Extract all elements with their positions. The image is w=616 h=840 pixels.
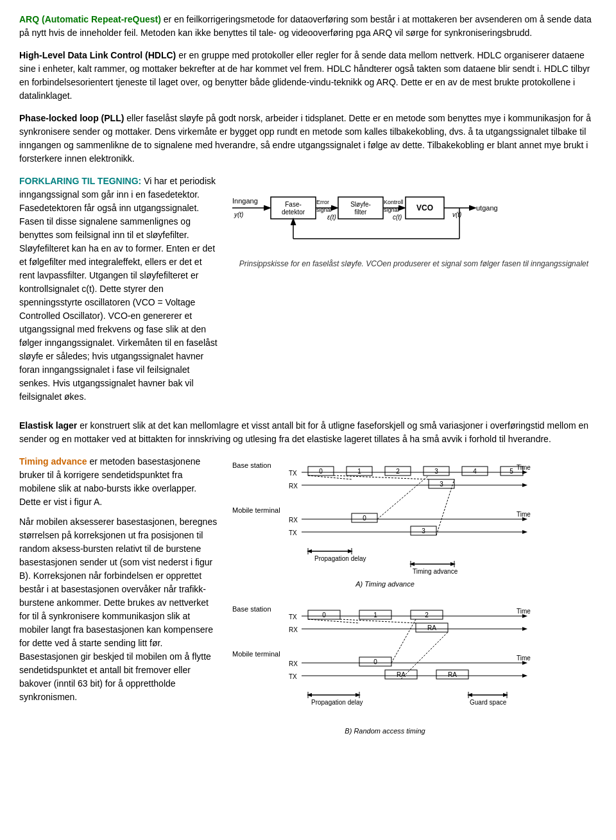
vco-label: VCO <box>416 203 433 212</box>
timing-figB-svg: Base station TX RX Time 0 1 2 RA <box>231 599 539 737</box>
tx-mobile-label-A: TX <box>289 529 297 536</box>
tx-slot0-label-A: 0 <box>319 468 323 475</box>
mobile-tx-ra-label-B: RA <box>397 671 406 678</box>
time-label-B1: Time <box>517 608 531 615</box>
inngang-label: Inngang <box>232 197 258 205</box>
arq-bold: ARQ (Automatic Repeat-reQuest) <box>19 14 161 24</box>
fase-detektor-label2: detektor <box>282 209 305 216</box>
timing-paragraph1: Timing advance er metoden basestasjonene… <box>19 455 218 509</box>
hdlc-bold: High-Level Data Link Control (HDLC) <box>19 50 176 60</box>
time-label-A2: Time <box>517 511 531 518</box>
tx-slot4-label-A: 4 <box>473 468 477 475</box>
kontroll-signal-label2: signal <box>384 207 399 213</box>
elastisk-bold: Elastisk lager <box>19 420 77 431</box>
rx-mobile-label-B: RX <box>289 660 298 667</box>
timing-text-col: Timing advance er metoden basestasjonene… <box>19 455 218 710</box>
error-signal-label1: Error <box>316 199 329 205</box>
timing-bold: Timing advance <box>19 456 87 467</box>
forklaring-heading: FORKLARING TIL TEGNING: <box>19 176 141 186</box>
arq-paragraph: ARQ (Automatic Repeat-reQuest) er en fei… <box>19 13 597 40</box>
sloyfe-filter-label1: Sløyfe- <box>350 201 371 208</box>
vt-label: v(t) <box>452 211 461 218</box>
elastisk-rest: er konstruert slik at det kan mellomlagr… <box>19 420 588 444</box>
pll-caption: Prinsippskisse for en faselåst sløyfe. V… <box>231 258 597 270</box>
tx-slot2-label-A: 2 <box>396 468 400 475</box>
timing-figA-svg: Base station TX RX Time 0 1 2 3 <box>231 455 539 590</box>
mobile-tx-slot2-label-B: RA <box>448 671 457 678</box>
forklaring-section: FORKLARING TIL TEGNING: Vi har et period… <box>19 175 597 410</box>
mobile-terminal-label-A: Mobile terminal <box>232 506 280 514</box>
mobile-label-B: Mobile terminal <box>232 650 280 658</box>
forklaring-body: Vi har et periodisk inngangssignal som g… <box>19 176 218 402</box>
fase-detektor-label1: Fase- <box>285 201 302 208</box>
tx-slot1-label-B: 1 <box>373 612 377 619</box>
tx-slot1-label-A: 1 <box>357 468 361 475</box>
pll-diagram-col: Inngang y(t) Fase- detektor Error signal… <box>231 175 597 276</box>
timing-section: Timing advance er metoden basestasjonene… <box>19 455 597 741</box>
time-label-A1: Time <box>517 464 531 471</box>
prop-delay-label-B: Propagation delay <box>311 699 363 706</box>
utgang-label: utgang <box>476 204 498 212</box>
guard-space-label: Guard space <box>470 699 507 706</box>
tx-label-A: TX <box>289 470 297 477</box>
arq-section: ARQ (Automatic Repeat-reQuest) er en fei… <box>19 13 597 40</box>
tx-mobile-label-B: TX <box>289 673 297 680</box>
mobile-rx-slot0-label-A: 0 <box>363 515 366 522</box>
base-station-label-A: Base station <box>232 461 271 469</box>
elastisk-section: Elastisk lager er konstruert slik at det… <box>19 419 597 446</box>
time-label-B2: Time <box>517 655 531 662</box>
tx-slot0-label-B: 0 <box>322 612 326 619</box>
timing-text2: Når mobilen aksesserer basestasjonen, be… <box>19 517 217 702</box>
rx-slot3-label-A: 3 <box>440 481 443 488</box>
pll-diagram-svg: Inngang y(t) Fase- detektor Error signal… <box>231 175 526 252</box>
mobile-diag2-A <box>436 479 454 535</box>
rx-label-A: RX <box>289 483 298 490</box>
ct-label: c(t) <box>393 214 402 221</box>
prop-delay-label-A: Propagation delay <box>314 555 366 562</box>
mobile-diag1-B <box>391 619 416 663</box>
rx-label-B: RX <box>289 626 298 633</box>
figA-caption: A) Timing advance <box>355 580 415 588</box>
mobile-tx-slot3-label-A: 3 <box>422 527 425 535</box>
tx-slot3-label-A: 3 <box>434 468 438 475</box>
sloyfe-filter-label2: filter <box>355 209 368 216</box>
timing-adv-label-A: Timing advance <box>413 568 458 575</box>
elastisk-paragraph: Elastisk lager er konstruert slik at det… <box>19 419 597 446</box>
mobile-diag1-A <box>377 476 429 519</box>
rx-ra-label-B: RA <box>427 624 436 631</box>
tx-label-B: TX <box>289 613 297 621</box>
mobile-diag2-B <box>401 632 448 679</box>
figB-caption: B) Random access timing <box>345 727 425 735</box>
tx-slot5-label-A: 5 <box>509 468 513 475</box>
error-signal-label2: signal <box>316 207 332 213</box>
mobile-rx-slot0-label-B: 0 <box>373 658 377 665</box>
pll-section: Phase-locked loop (PLL) eller faselåst s… <box>19 112 597 166</box>
rx-mobile-label-A: RX <box>289 517 298 524</box>
kontroll-signal-label1: Kontroll <box>384 199 404 205</box>
pll-paragraph: Phase-locked loop (PLL) eller faselåst s… <box>19 112 597 166</box>
yt-label: y(t) <box>234 211 243 218</box>
page-content: ARQ (Automatic Repeat-reQuest) er en fei… <box>19 13 597 741</box>
forklaring-text: FORKLARING TIL TEGNING: Vi har et period… <box>19 175 218 410</box>
et-label: ε(t) <box>327 214 336 221</box>
timing-paragraph2: Når mobilen aksesserer basestasjonen, be… <box>19 515 218 704</box>
forklaring-paragraph: FORKLARING TIL TEGNING: Vi har et period… <box>19 175 218 404</box>
hdlc-paragraph: High-Level Data Link Control (HDLC) er e… <box>19 49 597 103</box>
hdlc-section: High-Level Data Link Control (HDLC) er e… <box>19 49 597 103</box>
diag1-B <box>308 619 359 623</box>
pll-bold: Phase-locked loop (PLL) <box>19 113 124 123</box>
timing-diagrams-col: Base station TX RX Time 0 1 2 3 <box>231 455 597 741</box>
base-station-label-B: Base station <box>232 605 271 613</box>
tx-slot2-label-B: 2 <box>425 612 429 619</box>
